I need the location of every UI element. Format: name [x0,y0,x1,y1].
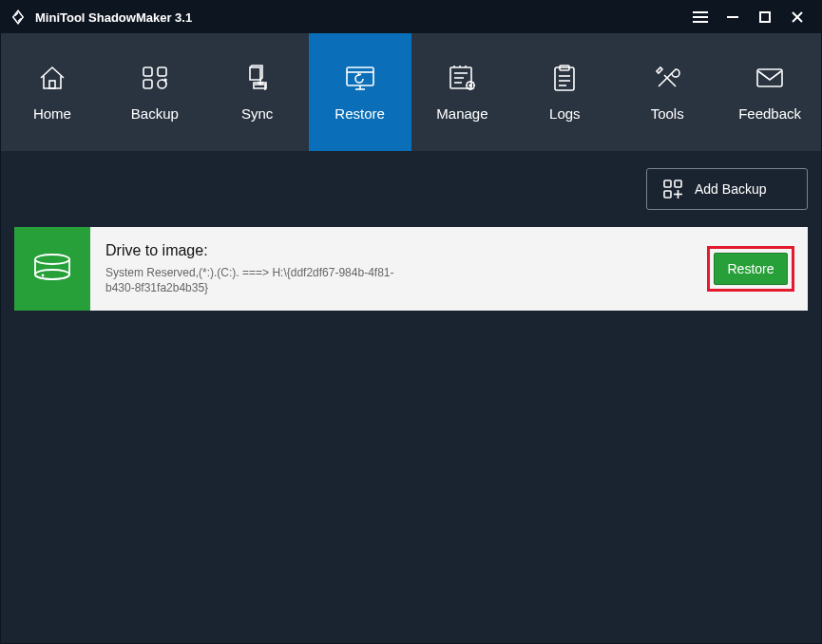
toolbar-row: Add Backup [14,151,808,227]
svg-rect-30 [664,191,671,198]
task-action: Restore [707,227,808,311]
app-title: MiniTool ShadowMaker 3.1 [35,10,192,25]
add-backup-icon [662,179,683,199]
feedback-icon [754,64,786,92]
svg-point-34 [35,270,69,279]
nav-label: Restore [335,105,385,122]
add-backup-label: Add Backup [695,181,767,197]
restore-highlight: Restore [707,246,794,292]
svg-point-35 [42,275,45,277]
content-area: Add Backup Drive to image: System Reserv… [1,151,821,643]
nav-label: Manage [436,105,487,122]
svg-rect-28 [664,180,671,187]
nav-label: Sync [241,105,273,122]
nav-item-logs[interactable]: Logs [513,33,616,151]
backup-icon [139,64,171,92]
svg-rect-10 [143,80,152,88]
logs-icon [548,64,581,92]
nav-label: Feedback [738,105,801,122]
titlebar: MiniTool ShadowMaker 3.1 [1,1,821,33]
app-window: MiniTool ShadowMaker 3.1 Home Backup [0,0,822,644]
maximize-button[interactable] [749,1,781,33]
add-backup-button[interactable]: Add Backup [646,168,808,210]
svg-rect-8 [143,67,152,76]
nav-item-sync[interactable]: Sync [206,33,309,151]
svg-rect-9 [158,67,166,76]
nav-label: Logs [549,105,581,122]
nav-item-tools[interactable]: Tools [616,33,718,151]
svg-point-21 [469,85,471,86]
nav-label: Backup [131,105,179,122]
svg-point-33 [35,255,69,264]
task-detail: System Reserved,(*:).(C:). ===> H:\{ddf2… [105,265,410,295]
nav-item-backup[interactable]: Backup [104,33,206,151]
nav-item-manage[interactable]: Manage [411,33,514,151]
svg-rect-4 [760,12,770,22]
home-icon [36,64,68,92]
backup-task-card: Drive to image: System Reserved,(*:).(C:… [14,227,808,311]
nav-item-feedback[interactable]: Feedback [718,33,821,151]
task-body: Drive to image: System Reserved,(*:).(C:… [90,227,707,311]
app-logo-icon [9,8,28,27]
main-nav: Home Backup Sync Restore Manage [1,33,821,151]
menu-button[interactable] [684,1,717,33]
close-button[interactable] [781,1,813,33]
manage-icon [446,64,478,92]
svg-rect-7 [49,81,55,88]
tools-icon [651,64,683,92]
svg-rect-27 [757,69,782,86]
nav-label: Home [33,105,71,122]
sync-icon [241,64,274,92]
drive-icon [14,227,90,311]
task-title: Drive to image: [105,242,692,259]
restore-button[interactable]: Restore [714,253,788,285]
restore-icon [344,64,376,92]
nav-item-home[interactable]: Home [1,33,104,151]
nav-label: Tools [651,105,684,122]
nav-item-restore[interactable]: Restore [309,33,411,151]
svg-rect-29 [675,180,681,187]
minimize-button[interactable] [717,1,749,33]
